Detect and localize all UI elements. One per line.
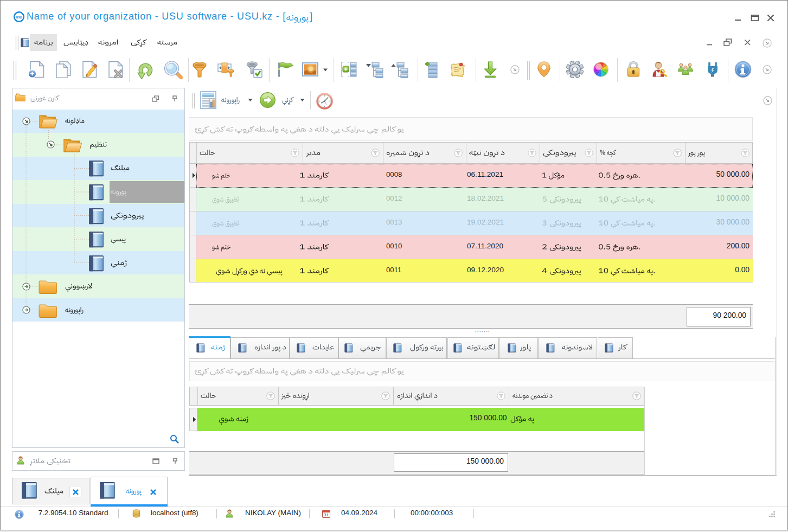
svg-text:31: 31 bbox=[324, 512, 329, 517]
svg-text:usu: usu bbox=[16, 15, 22, 19]
